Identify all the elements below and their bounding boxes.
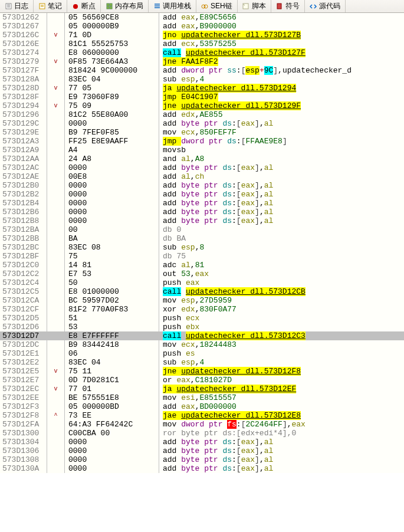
disasm-row[interactable]: 573D12F8^73 EEjae updatechecker_dll.573D… [0,411,404,420]
bytes: 50 [65,278,159,287]
disasm-row[interactable]: 573D12EEBE 575551E8mov esi,E8515557 [0,393,404,402]
disasm-row[interactable]: 573D12BF75db 75 [0,252,404,261]
disasm-row[interactable]: 573D126705 000000B9add eax,B9000000 [0,22,404,31]
address: 573D12BA [0,225,47,234]
tab-stack[interactable]: 调用堆栈 [149,0,196,12]
disasm-row[interactable]: 573D12F305 000000BDadd eax,BD000000 [0,402,404,411]
disasm-row[interactable]: 573D12C450push eax [0,278,404,287]
jump-arrow: v [47,367,65,376]
bytes: 0000 [65,216,159,225]
disasm-row[interactable]: 573D12C014 81adc al,81 [0,261,404,270]
disasm-row[interactable]: 573D126Cv71 0Djno updatechecker_dll.573D… [0,31,404,40]
jump-arrow: v [47,385,65,393]
disasm-row[interactable]: 573D12D653push ebx [0,323,404,331]
disasm-row[interactable]: 573D13040000add byte ptr ds:[eax],al [0,438,404,446]
instruction: mov ecx,18244483 [159,340,404,349]
disasm-row[interactable]: 573D12AC0000add byte ptr ds:[eax],al [0,163,404,172]
disasm-row[interactable]: 573D12CF81F2 770A0F83xor edx,830F0A77 [0,305,404,314]
address: 573D12AC [0,163,47,172]
disasm-row[interactable]: 573D129EB9 7FEF0F85mov ecx,850FEF7F [0,128,404,137]
disasm-row[interactable]: 573D12E5v75 11jne updatechecker_dll.573D… [0,367,404,376]
jump-arrow [47,340,65,349]
instruction: ja updatechecker_dll.573D12EF [159,385,404,393]
disasm-row[interactable]: 573D129681C2 55E80A00add edx,AE855 [0,110,404,119]
disasm-row[interactable]: 573D12B20000add byte ptr ds:[eax],al [0,190,404,199]
tab-sym[interactable]: 符号 [271,0,305,12]
toolbar: 日志笔记断点内存布局调用堆栈SEH链脚本符号源代码 [0,0,404,13]
instruction: add byte ptr ds:[eax],al [159,216,404,225]
bytes: 75 09 [65,101,159,110]
disasm-row[interactable]: 573D1279v0F85 73E664A3jne FAA1F8F2 [0,57,404,66]
bytes: 77 01 [65,385,159,393]
tab-mem[interactable]: 内存布局 [101,0,149,12]
disasm-row[interactable]: 573D12E283EC 04sub esp,4 [0,358,404,367]
disasm-row[interactable]: 573D12ECv77 01ja updatechecker_dll.573D1… [0,385,404,393]
disasm-row[interactable]: 573D12A3FF25 E8E9AAFFjmp dword ptr ds:[F… [0,137,404,146]
jump-arrow [47,287,65,296]
disassembly-view[interactable]: 573D126205 56569CE8add eax,E89C5656573D1… [0,13,404,473]
jump-arrow [47,163,65,172]
disasm-row[interactable]: 573D1294v75 09jne updatechecker_dll.573D… [0,101,404,110]
disasm-row[interactable]: 573D13060000add byte ptr ds:[eax],al [0,446,404,455]
instruction: and al,A8 [159,155,404,163]
disasm-row[interactable]: 573D128A83EC 04sub esp,4 [0,75,404,84]
address: 573D12E1 [0,349,47,358]
tab-script[interactable]: 脚本 [238,0,271,12]
address: 573D12E7 [0,376,47,385]
disasm-row[interactable]: 573D1274E8 06000000call updatechecker_dl… [0,48,404,57]
disasm-row[interactable]: 573D12BA00db 0 [0,225,404,234]
disasm-row[interactable]: 573D12D551push ecx [0,314,404,323]
instruction: jne updatechecker_dll.573D129F [159,101,404,110]
tab-bp[interactable]: 断点 [67,0,101,12]
tab-note[interactable]: 笔记 [34,0,67,12]
jump-arrow [47,137,65,146]
disasm-row[interactable]: 573D126205 56569CE8add eax,E89C5656 [0,13,404,22]
address: 573D12F8 [0,411,47,420]
bytes: 0F85 73E664A3 [65,57,159,66]
disasm-row[interactable]: 573D12AA24 A8and al,A8 [0,155,404,163]
instruction: add eax,BD000000 [159,402,404,411]
disasm-row[interactable]: 573D12CABC 59597D02mov esp,27D5959 [0,296,404,305]
disasm-row[interactable]: 573D12E106push es [0,349,404,358]
tab-label: SEH链 [211,1,232,11]
jump-arrow [47,358,65,367]
disasm-row[interactable]: 573D12B60000add byte ptr ds:[eax],al [0,208,404,216]
instruction: movsb [159,146,404,155]
tab-seh[interactable]: SEH链 [196,0,238,12]
disasm-row[interactable]: 573D12D7E8 E7FFFFFFcall updatechecker_dl… [0,331,404,340]
address: 573D128D [0,84,47,93]
tab-log[interactable]: 日志 [0,0,34,12]
disasm-row[interactable]: 573D12C2E7 53out 53,eax [0,270,404,278]
disasm-row[interactable]: 573D12FA64:A3 FF64242Cmov dword ptr fs:[… [0,420,404,429]
tab-label: 符号 [285,1,300,11]
bytes: 77 05 [65,84,159,93]
disasm-row[interactable]: 573D12B40000add byte ptr ds:[eax],al [0,199,404,208]
disasm-row[interactable]: 573D126E81C1 55525753add ecx,53575255 [0,40,404,48]
address: 573D12BF [0,252,47,261]
disasm-row[interactable]: 573D12BC83EC 08sub esp,8 [0,243,404,252]
disasm-row[interactable]: 573D129C0000add byte ptr ds:[eax],al [0,119,404,128]
bytes: 14 81 [65,261,159,270]
disasm-row[interactable]: 573D128FE9 73060F89jmp E04C1907 [0,93,404,101]
disasm-row[interactable]: 573D12E70D 7D0281C1or eax,C181027D [0,376,404,385]
tab-src[interactable]: 源代码 [305,0,346,12]
disasm-row[interactable]: 573D130A0000add byte ptr ds:[eax],al [0,464,404,473]
disasm-row[interactable]: 573D12C5E8 01000000call updatechecker_dl… [0,287,404,296]
address: 573D12EC [0,385,47,393]
jump-arrow [47,438,65,446]
disasm-row[interactable]: 573D128Dv77 05ja updatechecker_dll.573D1… [0,84,404,93]
disasm-row[interactable]: 573D12BBBAdb BA [0,234,404,243]
disasm-row[interactable]: 573D127F818424 9C000000add dword ptr ss:… [0,66,404,75]
disasm-row[interactable]: 573D12DCB9 83442418mov ecx,18244483 [0,340,404,349]
disasm-row[interactable]: 573D12AE00E8add al,ch [0,172,404,181]
jump-arrow [47,146,65,155]
jump-arrow [47,270,65,278]
jump-arrow [47,66,65,75]
jump-arrow [47,349,65,358]
disasm-row[interactable]: 573D12B80000add byte ptr ds:[eax],al [0,216,404,225]
instruction: add eax,B9000000 [159,22,404,31]
disasm-row[interactable]: 573D1300C00CBA 00ror byte ptr ds:[edx+ed… [0,429,404,438]
disasm-row[interactable]: 573D13080000add byte ptr ds:[eax],al [0,455,404,464]
disasm-row[interactable]: 573D12B00000add byte ptr ds:[eax],al [0,181,404,190]
disasm-row[interactable]: 573D12A9A4movsb [0,146,404,155]
